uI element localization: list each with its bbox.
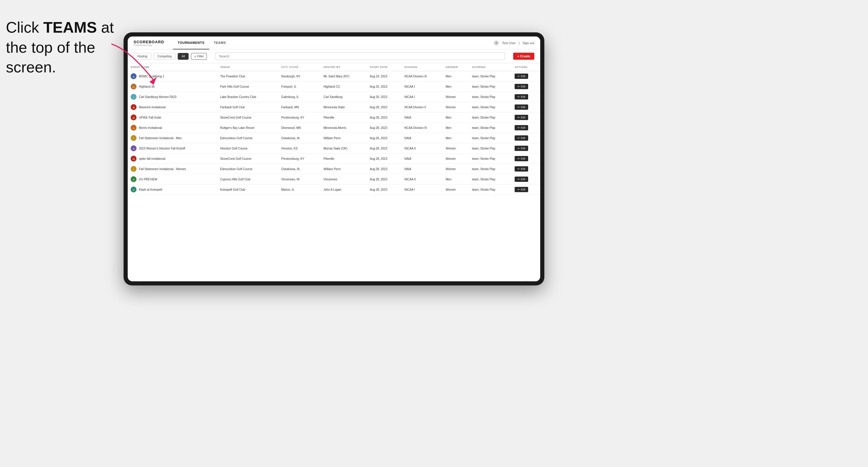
event-name-text: Fall Statesmen Invitational - Women bbox=[139, 167, 186, 171]
event-icon: ⛳ bbox=[131, 115, 136, 120]
logo-subtext: Powered by Clipp bbox=[133, 44, 164, 46]
settings-icon[interactable]: ⚙ bbox=[494, 40, 499, 45]
cell-event-name: ⛳ Morris Invitational bbox=[128, 123, 217, 133]
cell-division: NICAA I bbox=[401, 92, 442, 102]
cell-actions: ✏ Edit bbox=[512, 133, 540, 143]
cell-city-state: Freeport, IL bbox=[278, 82, 321, 92]
cell-gender: Women bbox=[443, 164, 469, 174]
tab-tournaments[interactable]: TOURNAMENTS bbox=[173, 36, 209, 50]
filter-button[interactable]: ≡ Filter bbox=[191, 53, 207, 60]
table-row: ⛳ Highland 36 Park Hills Golf Course Fre… bbox=[128, 82, 540, 92]
cell-scoring: team, Stroke Play bbox=[469, 123, 512, 133]
cell-event-name: ⛳ Carl Sandburg Women FA23 bbox=[128, 92, 217, 102]
cell-division: NAIA bbox=[401, 133, 442, 143]
cell-division: NICAA I bbox=[401, 185, 442, 195]
cell-gender: Men bbox=[443, 174, 469, 185]
cell-venue: Edmundson Golf Course bbox=[217, 164, 278, 174]
create-button[interactable]: + Create bbox=[513, 53, 534, 60]
cell-actions: ✏ Edit bbox=[512, 174, 540, 185]
table-row: ⛳ Carl Sandburg Women FA23 Lake Bracken … bbox=[128, 92, 540, 102]
edit-button[interactable]: ✏ Edit bbox=[515, 104, 528, 110]
cell-actions: ✏ Edit bbox=[512, 102, 540, 113]
hosting-button[interactable]: Hosting bbox=[133, 53, 151, 60]
cell-venue: Edmundson Golf Course bbox=[217, 133, 278, 143]
cell-city-state: Prestonsburg, KY bbox=[278, 113, 321, 123]
event-name-text: Klash at Kokopelli bbox=[139, 188, 162, 191]
col-scoring: SCORING bbox=[469, 63, 512, 71]
table-body: ⛳ MSMC Qualifying 1 The Powelton Club Ne… bbox=[128, 71, 540, 195]
edit-button[interactable]: ✏ Edit bbox=[515, 146, 528, 151]
tab-teams[interactable]: TEAMS bbox=[209, 36, 231, 50]
cell-city-state: Vincennes, IN bbox=[278, 174, 321, 185]
cell-gender: Women bbox=[443, 143, 469, 154]
event-name-text: 2023 Women's Hesston Fall Kickoff bbox=[139, 147, 185, 150]
cell-division: NICAA II bbox=[401, 143, 442, 154]
cell-city-state: Faribault, MN bbox=[278, 102, 321, 113]
cell-scoring: team, Stroke Play bbox=[469, 92, 512, 102]
edit-button[interactable]: ✏ Edit bbox=[515, 84, 528, 89]
cell-venue: Faribault Golf Club bbox=[217, 102, 278, 113]
cell-event-name: ⛳ VU PREVIEW bbox=[128, 174, 217, 185]
cell-division: NCAA Division III bbox=[401, 123, 442, 133]
cell-hosted-by: Carl Sandburg bbox=[320, 92, 367, 102]
cell-hosted-by: Minnesota-Morris bbox=[320, 123, 367, 133]
cell-division: NAIA bbox=[401, 113, 442, 123]
event-icon: ⛳ bbox=[131, 156, 136, 161]
cell-scoring: team, Stroke Play bbox=[469, 174, 512, 185]
cell-actions: ✏ Edit bbox=[512, 123, 540, 133]
event-icon: ⛳ bbox=[131, 135, 136, 141]
edit-button[interactable]: ✏ Edit bbox=[515, 125, 528, 130]
event-name-text: Highland 36 bbox=[139, 85, 154, 88]
cell-gender: Men bbox=[443, 113, 469, 123]
search-input[interactable] bbox=[215, 52, 505, 60]
event-icon: ⛳ bbox=[131, 73, 136, 79]
table-row: ⛳ MSMC Qualifying 1 The Powelton Club Ne… bbox=[128, 71, 540, 82]
cell-gender: Women bbox=[443, 102, 469, 113]
nav-bar: SCOREBOARD Powered by Clipp TOURNAMENTS … bbox=[128, 36, 540, 50]
nav-right: ⚙ Test User | Sign out bbox=[494, 40, 534, 45]
tournaments-table: EVENT NAME VENUE CITY, STATE HOSTED BY S… bbox=[128, 63, 540, 195]
cell-actions: ✏ Edit bbox=[512, 82, 540, 92]
cell-start-date: Aug 28, 2023 bbox=[367, 185, 402, 195]
col-division: DIVISION bbox=[401, 63, 442, 71]
cell-hosted-by: John A Logan bbox=[320, 185, 367, 195]
edit-button[interactable]: ✏ Edit bbox=[515, 115, 528, 120]
cell-start-date: Aug 24, 2023 bbox=[367, 71, 402, 82]
cell-actions: ✏ Edit bbox=[512, 113, 540, 123]
cell-event-name: ⛳ Maverick Invitational bbox=[128, 102, 217, 113]
sign-out-link[interactable]: Sign out bbox=[523, 41, 534, 45]
cell-venue: Cypress Hills Golf Club bbox=[217, 174, 278, 185]
cell-scoring: team, Stroke Play bbox=[469, 102, 512, 113]
cell-venue: StoneCrest Golf Course bbox=[217, 154, 278, 164]
table-header: EVENT NAME VENUE CITY, STATE HOSTED BY S… bbox=[128, 63, 540, 71]
tournaments-table-container[interactable]: EVENT NAME VENUE CITY, STATE HOSTED BY S… bbox=[128, 63, 540, 281]
event-icon: ⛳ bbox=[131, 145, 136, 151]
edit-button[interactable]: ✏ Edit bbox=[515, 73, 528, 79]
all-button[interactable]: All bbox=[178, 53, 189, 60]
edit-button[interactable]: ✏ Edit bbox=[515, 135, 528, 141]
competing-button[interactable]: Competing bbox=[154, 53, 175, 60]
cell-start-date: Aug 28, 2023 bbox=[367, 102, 402, 113]
edit-button[interactable]: ✏ Edit bbox=[515, 177, 528, 182]
cell-event-name: ⛳ Fall Statesmen Invitational - Women bbox=[128, 164, 217, 174]
cell-start-date: Aug 28, 2023 bbox=[367, 113, 402, 123]
cell-event-name: ⛳ MSMC Qualifying 1 bbox=[128, 71, 217, 82]
filter-icon: ≡ bbox=[194, 55, 196, 58]
cell-start-date: Aug 28, 2023 bbox=[367, 164, 402, 174]
edit-icon: ✏ bbox=[518, 95, 520, 98]
cell-venue: Hesston Golf Course bbox=[217, 143, 278, 154]
cell-city-state: Newburgh, NY bbox=[278, 71, 321, 82]
cell-scoring: team, Stroke Play bbox=[469, 154, 512, 164]
event-name-text: upike fall invitational bbox=[139, 157, 165, 160]
edit-icon: ✏ bbox=[518, 116, 520, 119]
edit-button[interactable]: ✏ Edit bbox=[515, 166, 528, 172]
edit-button[interactable]: ✏ Edit bbox=[515, 187, 528, 192]
cell-hosted-by: Vincennes bbox=[320, 174, 367, 185]
cell-start-date: Aug 26, 2023 bbox=[367, 92, 402, 102]
cell-division: NICAA II bbox=[401, 174, 442, 185]
edit-button[interactable]: ✏ Edit bbox=[515, 156, 528, 161]
table-row: ⛳ upike fall invitational StoneCrest Gol… bbox=[128, 154, 540, 164]
edit-button[interactable]: ✏ Edit bbox=[515, 94, 528, 99]
cell-hosted-by: Pikeville bbox=[320, 154, 367, 164]
app-logo: SCOREBOARD Powered by Clipp bbox=[133, 40, 164, 46]
